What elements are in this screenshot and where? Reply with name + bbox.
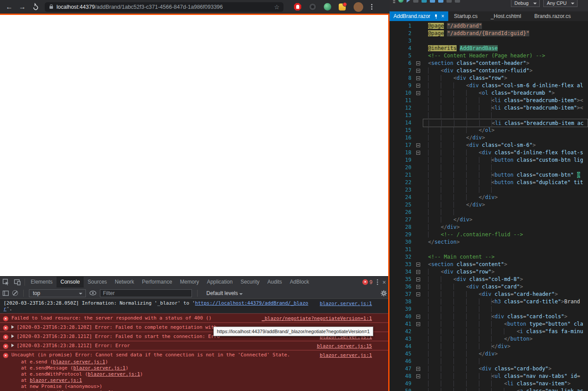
line-number[interactable]: 19: [390, 156, 413, 164]
save-icon[interactable]: [430, 0, 435, 3]
code-line[interactable]: 9 <div class="col-sm-6 d-inline-flex al: [390, 82, 588, 89]
code-line[interactable]: 4@inherits AddBrandBase: [390, 45, 588, 52]
code-editor[interactable]: 1@page "/addbrand"2@page "/addbrand/{Bra…: [390, 21, 588, 391]
code-line[interactable]: 43 </button>: [390, 335, 588, 343]
fold-margin[interactable]: [413, 261, 423, 268]
code-line[interactable]: 29 <!-- /.container-fluid -->: [390, 231, 588, 238]
line-number[interactable]: 22: [390, 179, 413, 186]
code-line[interactable]: 39: [390, 306, 588, 313]
open-file-icon[interactable]: [422, 0, 427, 3]
line-number[interactable]: 44: [390, 343, 413, 350]
collapse-icon[interactable]: [416, 277, 420, 281]
inspect-element-icon[interactable]: [0, 277, 11, 288]
devtools-tab-adblock[interactable]: AdBlock: [286, 277, 313, 288]
line-number[interactable]: 40: [390, 313, 413, 320]
code-line[interactable]: 48 <ul class="nav nav-tabs" id=: [390, 373, 588, 380]
frame-context-select[interactable]: top: [29, 289, 86, 297]
start-icon[interactable]: [407, 0, 410, 3]
line-number[interactable]: 17: [390, 142, 413, 149]
code-line[interactable]: 23: [390, 186, 588, 194]
code-line[interactable]: 47 <div class="card-body">: [390, 365, 588, 373]
code-line[interactable]: 11 <li class="breadcrumb-item"><: [390, 97, 588, 104]
line-number[interactable]: 29: [390, 231, 413, 238]
device-toolbar-icon[interactable]: [11, 277, 23, 288]
line-number[interactable]: 50: [390, 387, 413, 391]
expand-caret-icon[interactable]: [11, 334, 14, 338]
collapse-icon[interactable]: [416, 263, 420, 267]
fold-margin[interactable]: [413, 142, 423, 149]
fold-margin[interactable]: [413, 276, 423, 283]
adblock-extension-icon[interactable]: [293, 3, 302, 11]
line-number[interactable]: 49: [390, 380, 413, 387]
stack-frame-link[interactable]: blazor.server.js:1: [73, 365, 125, 371]
code-line[interactable]: 27 </div>: [390, 216, 588, 224]
reload-button[interactable]: [29, 1, 42, 13]
line-number[interactable]: 6: [390, 60, 413, 67]
code-line[interactable]: 24 </div>: [390, 194, 588, 201]
vs-tab--host-cshtml[interactable]: _Host.cshtml: [487, 11, 525, 21]
back-button[interactable]: ←: [3, 1, 16, 13]
code-line[interactable]: 32<!-- Main content -->: [390, 253, 588, 261]
code-line[interactable]: 45 </div>: [390, 350, 588, 358]
code-line[interactable]: 20: [390, 164, 588, 171]
devtools-tab-sources[interactable]: Sources: [84, 277, 111, 288]
line-number[interactable]: 13: [390, 112, 413, 119]
console-filter-input[interactable]: [100, 289, 192, 297]
code-line[interactable]: 46: [390, 358, 588, 365]
line-number[interactable]: 15: [390, 127, 413, 134]
console-source-link[interactable]: blazor.server.js:15: [317, 343, 372, 349]
collapse-icon[interactable]: [416, 367, 420, 371]
collapse-icon[interactable]: [416, 143, 420, 147]
line-number[interactable]: 23: [390, 186, 413, 194]
debug-configuration-select[interactable]: Debug: [511, 0, 540, 7]
devtools-tab-audits[interactable]: Audits: [263, 277, 286, 288]
code-line[interactable]: 12 <li class="breadcrumb-item"><: [390, 104, 588, 112]
line-number[interactable]: 7: [390, 67, 413, 75]
code-line[interactable]: 25 </div>: [390, 201, 588, 209]
collapse-icon[interactable]: [416, 292, 420, 296]
code-line[interactable]: 35 <div class="col-md-8">: [390, 276, 588, 283]
code-line[interactable]: 2@page "/addbrand/{BrandId:guid}": [390, 30, 588, 37]
collapse-icon[interactable]: [416, 374, 420, 378]
line-number[interactable]: 5: [390, 52, 413, 60]
fold-margin[interactable]: [413, 67, 423, 75]
code-line[interactable]: 33<section class="content">: [390, 261, 588, 268]
line-number[interactable]: 42: [390, 328, 413, 335]
code-line[interactable]: 18 <div class="d-inline-flex float-s: [390, 149, 588, 156]
save-all-icon[interactable]: [438, 0, 443, 3]
browser-menu-icon[interactable]: [369, 2, 374, 11]
stack-frame-link[interactable]: blazor.server.js:1: [30, 377, 82, 383]
code-line[interactable]: 1@page "/addbrand": [390, 22, 588, 30]
stack-frame-link[interactable]: blazor.server.js:1: [88, 371, 140, 377]
code-line[interactable]: 42 <i class="fas fa-minu: [390, 328, 588, 335]
collapse-icon[interactable]: [416, 270, 420, 274]
devtools-close-icon[interactable]: ×: [383, 279, 386, 286]
line-number[interactable]: 9: [390, 82, 413, 89]
devtools-tab-elements[interactable]: Elements: [27, 277, 57, 288]
code-line[interactable]: 49 <li class="nav-item">: [390, 380, 588, 387]
code-line[interactable]: 30</section>: [390, 238, 588, 246]
log-levels-select[interactable]: Default levels: [203, 290, 246, 296]
fold-margin[interactable]: [413, 373, 423, 380]
fold-margin[interactable]: [413, 283, 423, 291]
code-line[interactable]: 41 <button type="button" cla: [390, 320, 588, 328]
expand-caret-icon[interactable]: [11, 325, 14, 329]
code-line[interactable]: 14 <li class="breadcrumb-item ac: [390, 119, 588, 127]
collapse-icon[interactable]: [416, 61, 420, 65]
vs-tab-startup-cs[interactable]: Startup.cs: [450, 11, 482, 21]
line-number[interactable]: 16: [390, 134, 413, 142]
line-number[interactable]: 28: [390, 224, 413, 231]
collapse-icon[interactable]: [416, 315, 420, 319]
code-line[interactable]: 10 <ol class="breadcrumb ">: [390, 89, 588, 97]
line-number[interactable]: 27: [390, 216, 413, 224]
collapse-icon[interactable]: [416, 69, 420, 73]
fold-margin[interactable]: [413, 365, 423, 373]
fold-margin[interactable]: [413, 89, 423, 97]
line-number[interactable]: 2: [390, 30, 413, 37]
code-line[interactable]: 26: [390, 209, 588, 216]
line-number[interactable]: 10: [390, 89, 413, 97]
code-line[interactable]: 15 </ol>: [390, 127, 588, 134]
code-line[interactable]: 17 <div class="col-sm-6">: [390, 142, 588, 149]
line-number[interactable]: 4: [390, 45, 413, 52]
fold-margin[interactable]: [413, 60, 423, 67]
